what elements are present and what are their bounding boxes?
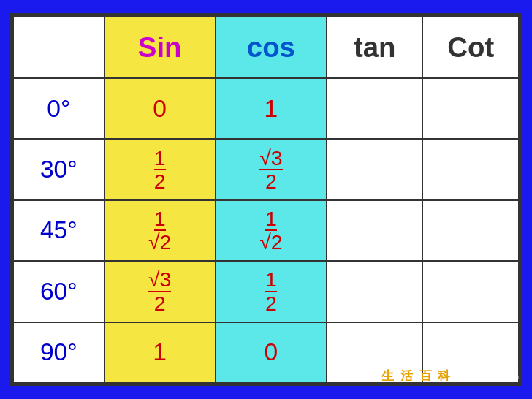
header-angle [13, 16, 104, 78]
sin-45: 1 √2 [104, 200, 216, 261]
fraction-1-2: 1 2 [154, 148, 166, 192]
angle-0: 0° [13, 78, 104, 139]
angle-90: 90° [13, 322, 104, 383]
sin-0: 0 [104, 78, 216, 139]
cos-60: 1 2 [216, 261, 327, 322]
cos-30: √3 2 [216, 139, 327, 200]
cos-45: 1 √2 [216, 200, 327, 261]
main-container: Sin cos tan Cot 0° 0 1 30° [10, 13, 522, 386]
watermark-url: www.bimeiz.com [456, 372, 519, 381]
angle-60: 60° [13, 261, 104, 322]
tan-0 [327, 78, 422, 139]
header-tan: tan [327, 16, 422, 78]
tan-30 [327, 139, 422, 200]
tan-60 [327, 261, 422, 322]
table-row: 30° 1 2 √3 2 [13, 139, 519, 200]
header-sin: Sin [104, 16, 216, 78]
fraction-1-sqrt2-sin: 1 √2 [148, 208, 172, 253]
cot-45 [422, 200, 519, 261]
header-cot: Cot [422, 16, 519, 78]
sin-90: 1 [104, 322, 216, 383]
header-cos: cos [216, 16, 327, 78]
watermark: 生 活 百 科 www.bimeiz.com [381, 368, 519, 384]
fraction-sqrt3-2: √3 2 [259, 148, 283, 192]
sin-30: 1 2 [104, 139, 216, 200]
angle-45: 45° [13, 200, 104, 261]
tan-45 [327, 200, 422, 261]
table-row: 60° √3 2 1 2 [13, 261, 519, 322]
cot-0 [422, 78, 519, 139]
table-row: 0° 0 1 [13, 78, 519, 139]
fraction-1-sqrt2-cos: 1 √2 [259, 208, 283, 253]
cot-30 [422, 139, 519, 200]
table-row: 45° 1 √2 1 √2 [13, 200, 519, 261]
cos-0: 1 [216, 78, 327, 139]
cos-90: 0 [216, 322, 327, 383]
watermark-text: 生 活 百 科 [381, 368, 452, 384]
fraction-sqrt3-2-sin: √3 2 [148, 269, 172, 314]
trig-table: Sin cos tan Cot 0° 0 1 30° [12, 15, 520, 384]
angle-30: 30° [13, 139, 104, 200]
fraction-1-2-cos: 1 2 [265, 269, 277, 314]
trig-table-container: Sin cos tan Cot 0° 0 1 30° [10, 13, 522, 386]
cot-60 [422, 261, 519, 322]
sin-60: √3 2 [104, 261, 216, 322]
header-row: Sin cos tan Cot [13, 16, 519, 78]
